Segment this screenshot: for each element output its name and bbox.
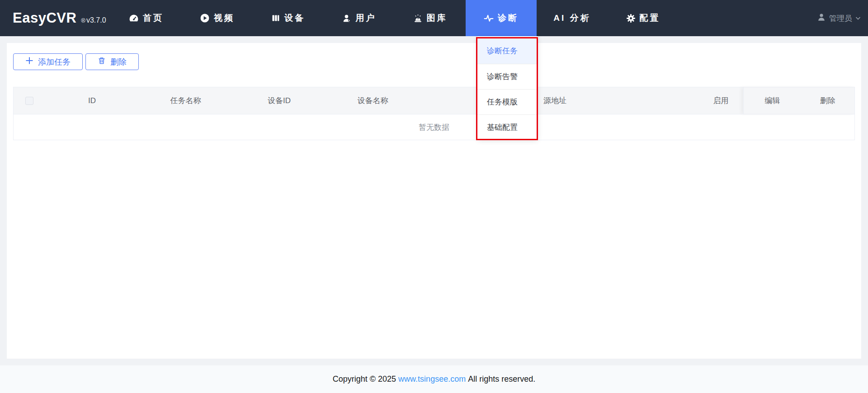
delete-button[interactable]: 删除 xyxy=(85,53,139,70)
device-icon xyxy=(271,14,280,23)
copyright-suffix: All rights reserved. xyxy=(466,374,535,384)
nav-item-ai-analysis[interactable]: AI 分析 xyxy=(537,0,608,36)
main-content: 添加任务 删除 ID 任务名称 设备ID 设备名称 源地址 启用 编辑 删除 xyxy=(7,43,861,359)
chevron-down-icon xyxy=(855,14,861,23)
nav-menu: 首页 视频 设备 用户 图库 xyxy=(111,0,679,36)
column-header-edit: 编辑 xyxy=(744,87,801,114)
user-menu[interactable]: 管理员 xyxy=(817,0,861,36)
play-icon xyxy=(200,13,210,23)
gear-icon xyxy=(626,14,636,23)
toolbar: 添加任务 删除 xyxy=(7,43,861,70)
dropdown-item-diagnosis-alarm[interactable]: 诊断告警 xyxy=(477,64,538,89)
alarm-icon xyxy=(413,14,423,23)
user-name: 管理员 xyxy=(829,13,852,24)
registered-mark: ® xyxy=(81,17,85,24)
user-icon xyxy=(342,14,352,23)
pulse-icon xyxy=(484,13,494,23)
nav-item-device[interactable]: 设备 xyxy=(253,0,324,36)
column-header-task-name: 任务名称 xyxy=(139,87,232,114)
app-version: v3.7.0 xyxy=(86,16,106,24)
footer: Copyright © 2025 www.tsingsee.com All ri… xyxy=(0,365,868,393)
fixed-columns: 编辑 删除 xyxy=(743,87,854,114)
nav-item-diagnosis[interactable]: 诊断 xyxy=(466,0,537,36)
dropdown-item-basic-config[interactable]: 基础配置 xyxy=(477,114,538,140)
nav-label: 诊断 xyxy=(498,12,519,24)
add-task-label: 添加任务 xyxy=(38,57,71,67)
app-logo: EasyCVR xyxy=(13,10,76,26)
empty-text: 暂无数据 xyxy=(419,122,449,133)
delete-label: 删除 xyxy=(110,57,127,67)
copyright-prefix: Copyright © 2025 xyxy=(333,374,398,384)
add-task-button[interactable]: 添加任务 xyxy=(13,53,83,70)
nav-label: AI 分析 xyxy=(553,12,590,24)
column-header-device-name: 设备名称 xyxy=(326,87,420,114)
nav-label: 设备 xyxy=(284,12,305,24)
nav-label: 首页 xyxy=(143,12,164,24)
plus-icon xyxy=(25,57,33,67)
dashboard-icon xyxy=(129,13,139,23)
table-header-row: ID 任务名称 设备ID 设备名称 源地址 启用 编辑 删除 xyxy=(14,87,854,114)
column-header-id: ID xyxy=(45,87,139,114)
select-all-checkbox[interactable] xyxy=(25,97,33,105)
trash-icon xyxy=(98,57,106,67)
task-table: ID 任务名称 设备ID 设备名称 源地址 启用 编辑 删除 暂无数据 xyxy=(13,87,855,140)
nav-label: 用户 xyxy=(356,12,377,24)
nav-item-gallery[interactable]: 图库 xyxy=(395,0,466,36)
brand: EasyCVR ® v3.7.0 xyxy=(13,10,106,26)
tsingsee-link[interactable]: www.tsingsee.com xyxy=(398,374,466,384)
nav-item-config[interactable]: 配置 xyxy=(608,0,679,36)
nav-item-video[interactable]: 视频 xyxy=(182,0,253,36)
dropdown-item-task-template[interactable]: 任务模版 xyxy=(477,89,538,114)
diagnosis-dropdown: 诊断任务 诊断告警 任务模版 基础配置 xyxy=(477,36,538,140)
top-navbar: EasyCVR ® v3.7.0 首页 视频 设备 用户 xyxy=(0,0,868,36)
column-header-device-id: 设备ID xyxy=(232,87,326,114)
nav-label: 图库 xyxy=(427,12,448,24)
column-header-source: 源地址 xyxy=(538,87,698,114)
nav-label: 配置 xyxy=(640,12,660,24)
nav-label: 视频 xyxy=(214,12,235,24)
person-icon xyxy=(817,13,826,24)
column-header-delete: 删除 xyxy=(801,87,854,114)
column-header-enable: 启用 xyxy=(698,87,743,114)
empty-state: 暂无数据 xyxy=(14,114,854,140)
select-all-cell xyxy=(14,87,45,114)
nav-item-home[interactable]: 首页 xyxy=(111,0,182,36)
nav-item-user[interactable]: 用户 xyxy=(324,0,395,36)
dropdown-item-diagnosis-task[interactable]: 诊断任务 xyxy=(477,38,538,64)
